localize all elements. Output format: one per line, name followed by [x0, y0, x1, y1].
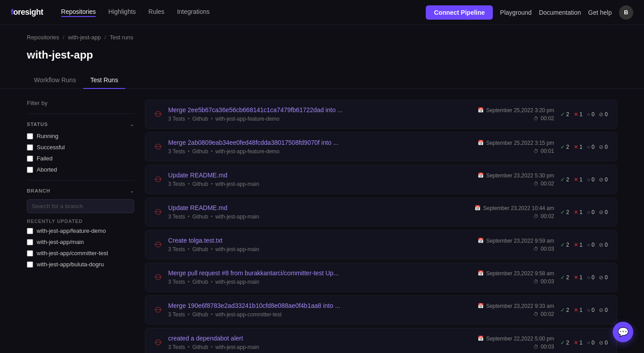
run-source: Github [192, 311, 208, 318]
branch-buluta-dogru-label: with-jest-app/buluta-dogru [37, 261, 104, 268]
run-duration: ⏱ 00:02 [465, 213, 554, 219]
nav-repositories[interactable]: Repositories [61, 8, 96, 17]
avatar[interactable]: B [619, 5, 633, 20]
nav-highlights[interactable]: Highlights [108, 8, 136, 17]
status-chevron[interactable]: ⌄ [130, 121, 134, 127]
run-item[interactable]: ⦵ Update README.md 3 Tests • Github • wi… [145, 198, 617, 227]
run-item[interactable]: ⦵ Merge 190e6f8783e2ad33241b10cfd8e088ae… [145, 295, 617, 324]
branch-feature-demo[interactable]: with-jest-app/feature-demo [27, 227, 134, 234]
fail-count: 1 [580, 242, 583, 248]
run-dot-2: • [211, 279, 212, 285]
branch-main-checkbox[interactable] [27, 239, 33, 245]
branch-committer-test[interactable]: with-jest-app/committer-test [27, 250, 134, 256]
filter-title: Filter by [27, 100, 134, 106]
run-date: 📅 September 23,2022 9:59 am [465, 238, 554, 244]
pass-icon: ✓ [560, 307, 565, 313]
run-duration: ⏱ 00:01 [465, 148, 554, 154]
run-dot-1: • [188, 116, 190, 122]
branch-header: BRANCH ⌄ [27, 188, 134, 194]
run-date-value: September 22,2022 5:00 pm [486, 336, 554, 342]
fail-icon: ✕ [574, 274, 578, 281]
run-tests: 3 Tests [168, 116, 185, 122]
branch-chevron[interactable]: ⌄ [130, 188, 134, 194]
status-running-checkbox[interactable] [27, 133, 33, 139]
branch-search-input[interactable] [27, 199, 134, 213]
run-item[interactable]: ⦵ Create tolga.test.txt 3 Tests • Github… [145, 230, 617, 259]
nav-rules[interactable]: Rules [148, 8, 165, 17]
branch-main-label: with-jest-app/main [37, 239, 84, 245]
run-stat-fail: ✕ 1 [574, 340, 583, 346]
status-aborted-checkbox[interactable] [27, 167, 33, 173]
run-stat-abort: ⊘ 0 [599, 176, 608, 183]
run-item[interactable]: ⦵ Merge pull request #8 from burakkantar… [145, 263, 617, 292]
run-title: Merge 2ab0809eab34ee0fed48fcdda38017508f… [168, 139, 458, 146]
tab-workflow-runs[interactable]: Workflow Runs [27, 72, 83, 89]
calendar-icon: 📅 [475, 205, 481, 211]
run-date: 📅 September 25,2022 3:15 pm [465, 140, 554, 146]
abort-count: 0 [605, 274, 608, 281]
status-failed[interactable]: Failed [27, 155, 134, 162]
playground-button[interactable]: Playground [500, 9, 532, 16]
run-stat-pass: ✓ 2 [560, 111, 569, 118]
run-stat-fail: ✕ 1 [574, 307, 583, 313]
clock-icon: ⏱ [534, 344, 538, 349]
branch-buluta-dogru[interactable]: with-jest-app/buluta-dogru [27, 261, 134, 268]
run-branch: with-jest-app-committer-test [216, 311, 282, 318]
run-date: 📅 September 23,2022 9:58 am [465, 270, 554, 277]
pass-count: 2 [566, 209, 569, 215]
status-running[interactable]: Running [27, 133, 134, 139]
tab-test-runs[interactable]: Test Runs [83, 72, 125, 89]
run-stat-pass: ✓ 2 [560, 209, 569, 215]
fail-count: 1 [580, 307, 583, 313]
skip-count: 0 [592, 209, 595, 215]
run-branch: with-jest-app-main [216, 214, 259, 220]
branch-buluta-dogru-checkbox[interactable] [27, 261, 33, 268]
status-successful-checkbox[interactable] [27, 144, 33, 151]
fail-icon: ✕ [574, 209, 578, 215]
branch-main[interactable]: with-jest-app/main [27, 239, 134, 245]
fail-icon: ✕ [574, 111, 578, 118]
skip-icon: ○ [587, 111, 590, 118]
branch-divider [27, 180, 134, 181]
run-meta: 3 Tests • Github • with-jest-app-feature… [168, 148, 458, 155]
run-source: Github [192, 214, 208, 220]
documentation-button[interactable]: Documentation [539, 9, 581, 16]
fail-icon: ✕ [574, 242, 578, 248]
breadcrumb-repo[interactable]: with-jest-app [68, 34, 101, 41]
run-stat-skip: ○ 0 [587, 274, 594, 281]
chat-bubble[interactable]: 💬 [613, 322, 633, 342]
branch-feature-demo-checkbox[interactable] [27, 228, 33, 234]
run-stat-skip: ○ 0 [587, 176, 594, 183]
pass-count: 2 [566, 340, 569, 346]
logo[interactable]: foresight [11, 8, 43, 17]
page-title: with-jest-app [0, 45, 644, 72]
pass-count: 2 [566, 307, 569, 313]
run-item[interactable]: ⦵ created a dependabot alert 3 Tests • G… [145, 328, 617, 353]
run-item[interactable]: ⦵ Merge 2ab0809eab34ee0fed48fcdda3801750… [145, 132, 617, 161]
status-aborted[interactable]: Aborted [27, 166, 134, 173]
run-datetime: 📅 September 23,2022 9:58 am ⏱ 00:03 [465, 270, 554, 285]
run-stat-abort: ⊘ 0 [599, 144, 608, 150]
connect-pipeline-button[interactable]: Connect Pipeline [426, 5, 493, 20]
run-stat-abort: ⊘ 0 [599, 111, 608, 118]
run-date-value: September 25,2022 3:15 pm [486, 140, 554, 146]
run-dot-1: • [188, 148, 190, 155]
run-item[interactable]: ⦵ Merge 2ee5b67ca36e56cb668141c1ca7479fb… [145, 100, 617, 129]
run-source: Github [192, 344, 208, 350]
pass-icon: ✓ [560, 111, 565, 118]
logo-text: foresight [11, 8, 43, 17]
run-dot-1: • [188, 214, 190, 220]
run-duration: ⏱ 00:03 [465, 278, 554, 285]
status-failed-checkbox[interactable] [27, 155, 33, 162]
run-dot-2: • [211, 148, 212, 155]
run-duration-value: 00:03 [541, 344, 554, 350]
run-branch: with-jest-app-feature-demo [216, 148, 280, 155]
nav-integrations[interactable]: Integrations [177, 8, 210, 17]
run-item[interactable]: ⦵ Update README.md 3 Tests • Github • wi… [145, 165, 617, 194]
status-successful[interactable]: Successful [27, 144, 134, 151]
run-content: Update README.md 3 Tests • Github • with… [168, 204, 458, 220]
branch-committer-test-checkbox[interactable] [27, 250, 33, 256]
get-help-button[interactable]: Get help [588, 9, 612, 16]
breadcrumb-repositories[interactable]: Repositories [27, 34, 59, 41]
run-stat-pass: ✓ 2 [560, 144, 569, 150]
